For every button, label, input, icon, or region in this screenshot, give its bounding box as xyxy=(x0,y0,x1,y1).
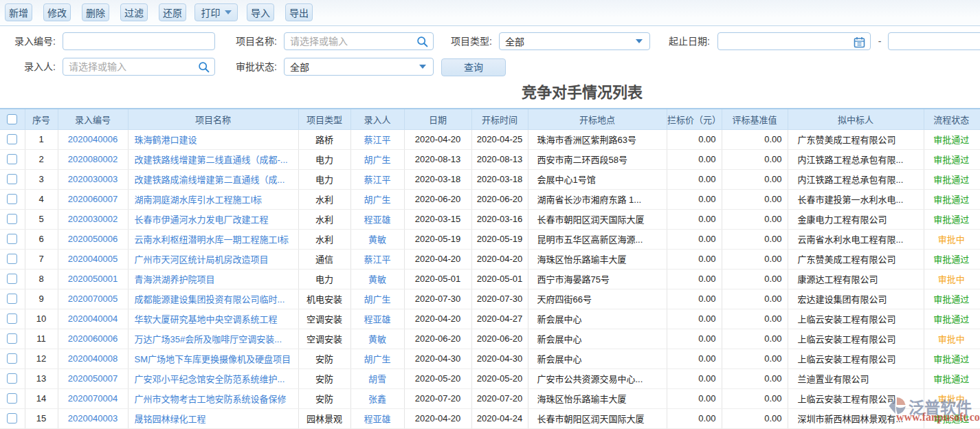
delete-button[interactable]: 删除 xyxy=(82,3,109,21)
row-checkbox[interactable] xyxy=(7,333,17,344)
row-checkbox[interactable] xyxy=(7,294,17,304)
cell-link-project[interactable]: 改建铁路线增建第二线直通线（成都-... xyxy=(135,155,288,165)
cell-link-code[interactable]: 2020060006 xyxy=(68,333,118,344)
cell-open-time: 2020-04-20 xyxy=(471,249,528,269)
row-checkbox[interactable] xyxy=(7,134,17,144)
cell-project: 改建铁路成渝线增建第二直通线（成... xyxy=(128,169,298,189)
cell-link-code[interactable]: 2020040005 xyxy=(68,254,118,264)
cell-link-person[interactable]: 黄敏 xyxy=(368,234,386,245)
cell-link-code[interactable]: 2020050006 xyxy=(68,234,118,244)
cell-link-code[interactable]: 2020050007 xyxy=(68,373,118,384)
cell-link-code[interactable]: 2020070004 xyxy=(68,393,118,404)
cell-link-code[interactable]: 2020060007 xyxy=(68,194,118,204)
cell-link-person[interactable]: 胡广生 xyxy=(364,354,390,364)
restore-button[interactable]: 还原 xyxy=(159,3,186,21)
cell-link-project[interactable]: SM广场地下车库更换摄像机及硬盘项目 xyxy=(135,354,291,364)
cell-link-person[interactable]: 程亚雄 xyxy=(364,414,390,424)
cell-link-project[interactable]: 湖南洞庭湖水库引水工程施工I标 xyxy=(135,195,263,205)
row-checkbox[interactable] xyxy=(7,254,17,264)
cell-link-person[interactable]: 胡广生 xyxy=(364,195,390,205)
cell-link-person[interactable]: 黄敏 xyxy=(368,334,386,344)
row-checkbox[interactable] xyxy=(7,413,17,424)
cell-project: 湖南洞庭湖水库引水工程施工I标 xyxy=(128,189,298,209)
cell-link-person[interactable]: 程亚雄 xyxy=(364,314,390,324)
cell-link-project[interactable]: 珠海鹤港口建设 xyxy=(135,135,197,145)
row-checkbox[interactable] xyxy=(7,274,17,284)
cell-link-project[interactable]: 改建铁路成渝线增建第二直通线（成... xyxy=(135,175,285,185)
row-checkbox[interactable] xyxy=(7,314,17,324)
date-start-input[interactable] xyxy=(718,33,870,50)
calendar-icon[interactable] xyxy=(854,36,865,48)
cell-link-code[interactable]: 2020040003 xyxy=(68,413,118,424)
table-row: 82020050001青海洪湖养护院项目电力黄敏2020-05-012020-0… xyxy=(0,269,980,289)
cell-place: 湖南省长沙市湘府东路 1... xyxy=(528,189,667,209)
status-badge: 审批通过 xyxy=(933,195,969,205)
row-checkbox[interactable] xyxy=(7,154,17,164)
row-select-cell xyxy=(0,169,25,189)
cell-link-project[interactable]: 广州市文物考古工地安防系统设备保修 xyxy=(135,394,287,404)
cell-link-project[interactable]: 万达广场35#会所及咖啡厅空调安装... xyxy=(135,334,282,344)
cell-project: 长春市伊通河水力发电厂改建工程 xyxy=(128,209,298,229)
project-name-input[interactable] xyxy=(285,33,433,50)
cell-link-code[interactable]: 2020040004 xyxy=(68,314,118,324)
row-checkbox[interactable] xyxy=(7,194,17,204)
approval-status-select[interactable]: 全部 xyxy=(284,58,434,76)
cell-link-project[interactable]: 云南水利枢纽潜明水库一期工程施工I标 xyxy=(135,234,289,245)
cell-winner: 上临云安装工程有限公司 xyxy=(788,388,924,408)
cell-link-code[interactable]: 2020050001 xyxy=(68,274,118,284)
cell-link-person[interactable]: 胡广生 xyxy=(364,155,390,165)
row-checkbox[interactable] xyxy=(7,353,17,364)
print-button-label: 打印 xyxy=(201,6,221,19)
cell-price: 0.00 xyxy=(667,289,722,309)
cell-winner: 上临云安装工程有限公司 xyxy=(788,309,924,329)
cell-link-person[interactable]: 蔡江平 xyxy=(364,254,390,265)
cell-link-person[interactable]: 张鑫 xyxy=(368,394,386,404)
status-badge: 审批中 xyxy=(938,394,965,404)
cell-status: 审批通过 xyxy=(924,149,979,169)
date-end-input[interactable] xyxy=(889,33,980,50)
cell-link-project[interactable]: 青海洪湖养护院项目 xyxy=(135,274,215,285)
print-button[interactable]: 打印 xyxy=(194,3,238,21)
cell-link-code[interactable]: 2020030003 xyxy=(68,174,118,184)
cell-person: 胡雪 xyxy=(350,368,404,388)
cell-link-project[interactable]: 华软大厦研究基地中央空调系统工程 xyxy=(135,314,278,324)
cell-link-project[interactable]: 广州市天河区统计局机房改造项目 xyxy=(135,254,269,265)
cell-status: 审批通过 xyxy=(924,189,979,209)
cell-link-code[interactable]: 2020040008 xyxy=(68,353,118,364)
cell-link-person[interactable]: 蔡江平 xyxy=(364,175,390,185)
row-checkbox[interactable] xyxy=(7,393,17,404)
cell-link-project[interactable]: 晟铭园林绿化工程 xyxy=(135,414,206,424)
import-button[interactable]: 导入 xyxy=(247,3,274,21)
cell-link-project[interactable]: 成都能源建设集团投资有限公司临时... xyxy=(135,294,285,305)
search-icon[interactable] xyxy=(416,36,428,47)
cell-link-project[interactable]: 长春市伊通河水力发电厂改建工程 xyxy=(135,214,269,225)
cell-link-project[interactable]: 广安邓小平纪念馆安全防范系统维护... xyxy=(135,374,285,384)
cell-link-code[interactable]: 2020030002 xyxy=(68,214,118,224)
cell-link-code[interactable]: 2020070005 xyxy=(68,294,118,304)
export-button[interactable]: 导出 xyxy=(285,3,313,21)
cell-link-code[interactable]: 2020040006 xyxy=(68,134,118,144)
filter-button[interactable]: 过滤 xyxy=(120,3,148,21)
row-checkbox[interactable] xyxy=(7,234,17,244)
row-checkbox[interactable] xyxy=(7,214,17,224)
cell-link-person[interactable]: 胡广生 xyxy=(364,294,390,305)
row-checkbox[interactable] xyxy=(7,174,17,184)
edit-button[interactable]: 修改 xyxy=(43,3,71,21)
query-button[interactable]: 查询 xyxy=(441,58,506,76)
entry-code-input[interactable] xyxy=(63,33,214,50)
cell-link-person[interactable]: 蔡江平 xyxy=(364,135,390,145)
cell-code: 2020030002 xyxy=(58,209,128,229)
cell-link-person[interactable]: 黄敏 xyxy=(368,274,386,285)
row-checkbox[interactable] xyxy=(7,373,17,384)
cell-code: 2020050001 xyxy=(58,269,128,289)
select-all-checkbox[interactable] xyxy=(7,114,17,124)
add-button[interactable]: 新增 xyxy=(5,3,32,21)
cell-price: 0.00 xyxy=(667,368,722,388)
cell-link-code[interactable]: 2020080002 xyxy=(68,154,118,164)
cell-benchmark: 0.00 xyxy=(722,309,788,329)
search-icon[interactable] xyxy=(198,61,210,73)
entry-person-input[interactable] xyxy=(63,58,214,75)
project-type-select[interactable]: 全部 xyxy=(499,32,650,50)
cell-link-person[interactable]: 胡雪 xyxy=(368,374,386,384)
cell-link-person[interactable]: 程亚雄 xyxy=(364,214,390,225)
